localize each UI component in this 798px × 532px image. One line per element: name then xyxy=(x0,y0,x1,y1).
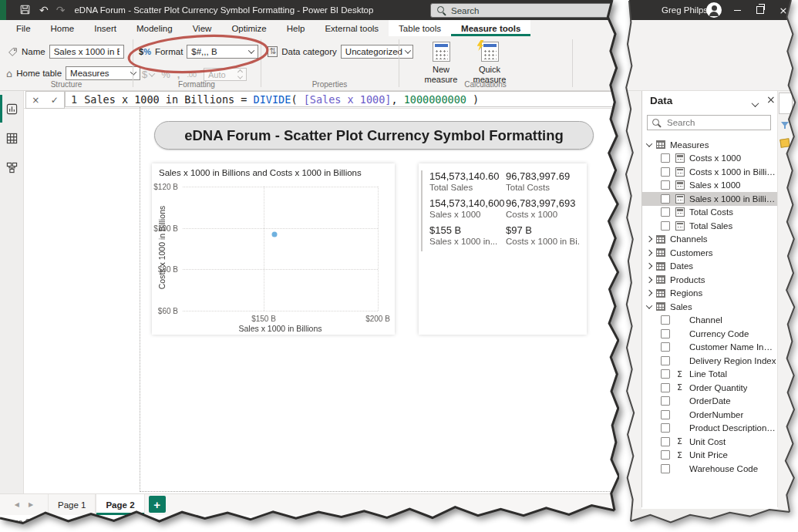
filters-pane-icon[interactable] xyxy=(781,122,789,129)
field-search-input[interactable] xyxy=(665,117,766,128)
format-dropdown[interactable]: $#,,, B xyxy=(187,45,258,59)
chevron-right-icon[interactable] xyxy=(646,250,652,256)
chevron-right-icon[interactable] xyxy=(646,290,652,296)
field-item-dates[interactable]: Dates xyxy=(642,260,777,274)
field-item-costs-x-1000[interactable]: Costs x 1000 xyxy=(642,152,777,166)
field-item-currency-code[interactable]: Currency Code xyxy=(642,327,777,341)
field-item-orderdate[interactable]: OrderDate xyxy=(642,395,777,409)
chevron-down-icon[interactable] xyxy=(646,302,652,308)
checkbox[interactable] xyxy=(661,383,670,392)
measure-name-input[interactable] xyxy=(49,45,124,59)
data-category-dropdown[interactable]: Uncategorized xyxy=(341,45,413,59)
undo-icon[interactable]: ↶ xyxy=(39,5,49,15)
scatter-point[interactable] xyxy=(271,232,277,237)
field-item-total-sales[interactable]: Total Sales xyxy=(642,219,777,233)
chevron-right-icon[interactable] xyxy=(646,263,652,269)
home-table-dropdown[interactable]: Measures xyxy=(66,66,140,80)
checkbox[interactable] xyxy=(661,207,670,217)
field-item-sales[interactable]: Sales xyxy=(642,300,777,314)
commit-formula-icon[interactable]: ✓ xyxy=(51,95,59,106)
multi-row-card-visual[interactable]: 154,573,140.60Total Sales96,783,997.69To… xyxy=(419,163,587,335)
ribbon-tab-help[interactable]: Help xyxy=(277,20,315,36)
ribbon-tab-external-tools[interactable]: External tools xyxy=(315,20,389,36)
field-item-costs-x-1000-in-billions[interactable]: Costs x 1000 in Billions xyxy=(642,165,777,179)
ribbon-tab-optimize[interactable]: Optimize xyxy=(221,20,276,36)
field-item-customers[interactable]: Customers xyxy=(642,246,777,260)
collapse-pane-icon[interactable] xyxy=(753,98,758,109)
field-item-sales-x-1000[interactable]: Sales x 1000 xyxy=(642,179,777,193)
avatar[interactable] xyxy=(706,2,722,18)
field-item-unit-cost[interactable]: ΣUnit Cost xyxy=(642,435,777,449)
field-item-regions[interactable]: Regions xyxy=(642,287,777,301)
scatter-chart-visual[interactable]: Sales x 1000 in Billions and Costs x 100… xyxy=(152,163,395,335)
visualizations-pane-icon[interactable] xyxy=(779,138,790,148)
checkbox[interactable] xyxy=(661,315,670,325)
report-view-button[interactable] xyxy=(0,95,24,123)
ribbon-tab-home[interactable]: Home xyxy=(41,20,85,36)
ribbon-tab-table-tools[interactable]: Table tools xyxy=(389,20,451,36)
add-page-button[interactable]: + xyxy=(149,496,166,513)
restore-button[interactable] xyxy=(749,0,771,20)
field-item-ordernumber[interactable]: OrderNumber xyxy=(642,408,777,422)
checkbox[interactable] xyxy=(661,396,670,406)
dax-formula-input[interactable]: 1Sales x 1000 in Billions = DIVIDE( [Sal… xyxy=(65,91,619,107)
field-item-order-quantity[interactable]: ΣOrder Quantity xyxy=(642,381,777,395)
decimal-auto-spinner[interactable]: Auto xyxy=(204,68,247,81)
checkbox[interactable] xyxy=(661,437,670,446)
ribbon-tab-measure-tools[interactable]: Measure tools xyxy=(451,20,530,36)
field-item-channels[interactable]: Channels xyxy=(642,233,777,247)
canvas-page-title[interactable]: eDNA Forum - Scatter Plot Currency Symbo… xyxy=(154,121,594,150)
field-item-customer-name-index[interactable]: Customer Name Index xyxy=(642,341,777,355)
checkbox[interactable] xyxy=(661,410,670,419)
checkbox[interactable] xyxy=(661,167,670,177)
checkbox[interactable] xyxy=(661,221,670,231)
report-canvas[interactable]: eDNA Forum - Scatter Plot Currency Symbo… xyxy=(24,109,619,494)
page-tab-page-2[interactable]: Page 2 xyxy=(96,494,144,515)
field-item-measures[interactable]: Measures xyxy=(642,138,777,152)
field-item-products[interactable]: Products xyxy=(642,273,777,287)
checkbox[interactable] xyxy=(661,194,670,204)
next-page-icon[interactable]: ▶ xyxy=(29,501,33,508)
chevron-down-icon[interactable] xyxy=(646,140,652,146)
checkbox[interactable] xyxy=(661,464,670,473)
field-item-delivery-region-index[interactable]: Delivery Region Index xyxy=(642,354,777,368)
model-view-button[interactable] xyxy=(0,153,24,181)
field-search-box[interactable] xyxy=(647,115,771,130)
field-item-warehouse-code[interactable]: Warehouse Code xyxy=(642,462,777,476)
minimize-button[interactable] xyxy=(726,0,748,20)
chevron-right-icon[interactable] xyxy=(646,277,652,283)
checkbox[interactable] xyxy=(661,356,670,365)
redo-icon[interactable]: ↷ xyxy=(56,5,66,15)
ribbon-tab-modeling[interactable]: Modeling xyxy=(126,20,183,36)
field-item-product-description-index[interactable]: Product Description Index xyxy=(642,422,777,436)
ribbon-tab-view[interactable]: View xyxy=(183,20,222,36)
save-icon[interactable] xyxy=(20,5,30,16)
close-pane-icon[interactable]: × xyxy=(766,93,776,106)
checkbox[interactable] xyxy=(661,450,670,460)
prev-page-icon[interactable]: ◀ xyxy=(15,501,19,508)
pane-tab-icon[interactable] xyxy=(779,93,793,114)
decimal-places-icon[interactable]: .00 xyxy=(187,71,197,79)
checkbox[interactable] xyxy=(661,369,670,379)
checkbox[interactable] xyxy=(661,423,670,433)
ribbon-tab-file[interactable]: File xyxy=(6,20,41,36)
table-view-button[interactable] xyxy=(0,124,24,152)
ribbon-tab-insert[interactable]: Insert xyxy=(84,20,126,36)
close-button[interactable]: × xyxy=(773,0,794,20)
cancel-formula-icon[interactable]: × xyxy=(32,95,39,106)
field-item-line-total[interactable]: ΣLine Total xyxy=(642,368,777,382)
page-tab-page-1[interactable]: Page 1 xyxy=(48,494,96,515)
checkbox[interactable] xyxy=(661,342,670,352)
titlebar-search[interactable]: Search xyxy=(430,3,619,18)
thousands-separator-icon[interactable]: , xyxy=(177,69,180,80)
field-item-sales-x-1000-in-billions[interactable]: Sales x 1000 in Billions xyxy=(642,192,777,206)
checkbox[interactable] xyxy=(661,329,670,338)
currency-format-icon[interactable]: $ xyxy=(142,69,154,80)
field-item-unit-price[interactable]: ΣUnit Price xyxy=(642,449,777,463)
checkbox[interactable] xyxy=(661,153,670,163)
field-item-channel[interactable]: Channel xyxy=(642,314,777,328)
chevron-right-icon[interactable] xyxy=(646,236,652,242)
field-item-total-costs[interactable]: Total Costs xyxy=(642,206,777,220)
checkbox[interactable] xyxy=(661,180,670,190)
percent-format-icon[interactable]: % xyxy=(161,69,170,80)
